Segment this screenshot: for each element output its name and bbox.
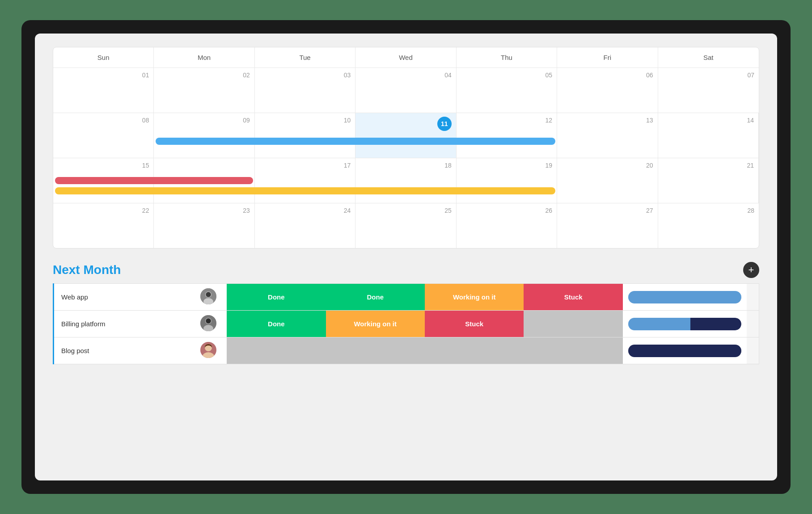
status-cell-working-1[interactable]: Working on it [425, 284, 524, 311]
day-10: 10 [255, 113, 355, 158]
table-row: Web app [54, 284, 759, 311]
avatar-icon-3 [200, 342, 216, 358]
day-12: 12 [457, 113, 557, 158]
status-empty [524, 311, 622, 337]
day-19: 19 [457, 158, 557, 203]
event-bar-yellow [55, 187, 555, 194]
status-cell-done-1[interactable]: Done [227, 284, 326, 311]
col-wed: Wed [355, 47, 456, 68]
progress-bar-split [628, 318, 741, 330]
status-stuck: Stuck [524, 284, 622, 310]
day-04: 04 [355, 68, 456, 113]
day-25: 25 [355, 203, 456, 248]
col-sun: Sun [53, 47, 154, 68]
progress-bar-dark [628, 345, 741, 357]
spacer-2 [747, 311, 759, 337]
status-cell-empty-5 [524, 337, 622, 364]
day-20: 20 [557, 158, 658, 203]
progress-cell-2 [623, 311, 747, 337]
day-02: 02 [154, 68, 254, 113]
status-empty-5 [524, 337, 622, 364]
status-table: Web app [53, 283, 759, 364]
day-11: 11 [355, 113, 456, 158]
day-13: 13 [557, 113, 658, 158]
week-row-4: 22 23 24 25 26 27 28 [53, 203, 759, 248]
progress-cell-1 [623, 284, 747, 311]
avatar-male2 [200, 315, 216, 331]
day-26: 26 [457, 203, 557, 248]
svg-point-4 [206, 292, 211, 297]
avatar-male1 [200, 288, 216, 304]
calendar-header: Sun Mon Tue Wed Thu Fri Sat [53, 47, 759, 68]
day-22: 22 [53, 203, 154, 248]
week-row-1: 01 02 03 04 05 06 07 [53, 68, 759, 113]
plus-icon: + [749, 264, 754, 276]
avatar-cell-1 [190, 284, 227, 311]
section-header: Next Month + [53, 262, 759, 278]
today-badge: 11 [437, 117, 452, 131]
device-frame: Sun Mon Tue Wed Thu Fri Sat 01 02 03 04 … [21, 20, 791, 494]
col-sat: Sat [658, 47, 759, 68]
day-07: 07 [658, 68, 759, 113]
avatar-cell-2 [190, 311, 227, 337]
task-name-blog: Blog post [54, 337, 190, 364]
svg-point-9 [206, 319, 211, 323]
status-cell-empty-4 [425, 337, 524, 364]
day-21: 21 [658, 158, 759, 203]
event-bar-red [55, 177, 253, 184]
day-03: 03 [255, 68, 355, 113]
task-name-billing: Billing platform [54, 311, 190, 337]
progress-bar-blue [628, 291, 741, 303]
day-06: 06 [557, 68, 658, 113]
col-mon: Mon [154, 47, 254, 68]
col-tue: Tue [255, 47, 355, 68]
status-cell-stuck-2[interactable]: Stuck [425, 311, 524, 337]
day-08: 08 [53, 113, 154, 158]
status-stuck-2: Stuck [425, 311, 524, 337]
table-row: Blog post [54, 337, 759, 364]
section-title: Next Month [53, 263, 121, 277]
day-01: 01 [53, 68, 154, 113]
status-working-2: Working on it [326, 311, 425, 337]
avatar-icon [200, 288, 216, 304]
day-14: 14 [658, 113, 759, 158]
avatar-icon-2 [200, 315, 216, 331]
progress-dark-segment [690, 318, 741, 330]
day-18: 18 [355, 158, 456, 203]
progress-blue-segment [628, 318, 690, 330]
status-working: Working on it [425, 284, 524, 310]
day-09: 09 [154, 113, 254, 158]
col-fri: Fri [557, 47, 658, 68]
day-05: 05 [457, 68, 557, 113]
table-row: Billing platform [54, 311, 759, 337]
day-28: 28 [658, 203, 759, 248]
day-24: 24 [255, 203, 355, 248]
status-cell-empty-1 [524, 311, 622, 337]
status-cell-empty-2 [227, 337, 326, 364]
spacer-3 [747, 337, 759, 364]
add-button[interactable]: + [743, 262, 759, 278]
status-cell-empty-3 [326, 337, 425, 364]
avatar-female [200, 342, 216, 358]
spacer-1 [747, 284, 759, 311]
progress-cell-3 [623, 337, 747, 364]
status-done: Done [227, 284, 326, 310]
status-cell-stuck-1[interactable]: Stuck [524, 284, 622, 311]
status-cell-working-2[interactable]: Working on it [326, 311, 425, 337]
status-empty-3 [326, 337, 425, 364]
day-23: 23 [154, 203, 254, 248]
day-17: 17 [255, 158, 355, 203]
status-empty-4 [425, 337, 524, 364]
task-name-web-app: Web app [54, 284, 190, 311]
status-done-2: Done [326, 284, 425, 310]
week-row-2: 08 09 10 11 12 13 14 [53, 113, 759, 158]
status-cell-done-3[interactable]: Done [227, 311, 326, 337]
next-month-section: Next Month + Web app [53, 262, 759, 364]
week-row-3: 15 17 18 19 20 21 [53, 158, 759, 203]
event-bar-blue [156, 138, 555, 145]
day-27: 27 [557, 203, 658, 248]
status-empty-2 [227, 337, 326, 364]
status-cell-done-2[interactable]: Done [326, 284, 425, 311]
col-thu: Thu [457, 47, 557, 68]
avatar-cell-3 [190, 337, 227, 364]
